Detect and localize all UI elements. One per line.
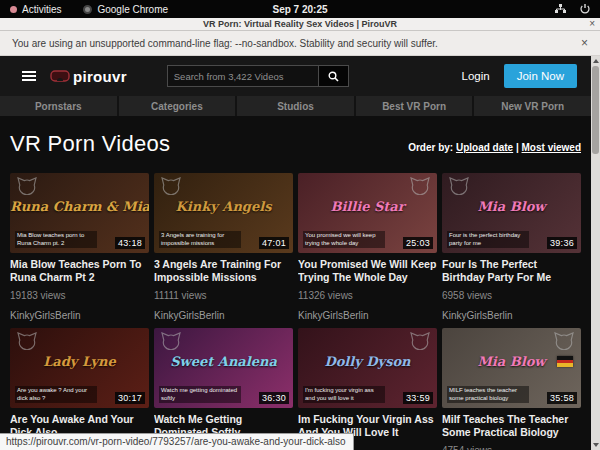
- search-icon: [328, 71, 339, 82]
- warning-close-icon[interactable]: ×: [581, 36, 588, 50]
- cat-mask-watermark-icon: [409, 332, 431, 350]
- thumb-overlay-caption: MILF teaches the teacher some practical …: [447, 386, 529, 403]
- video-thumbnail[interactable]: Billie Star You promised we will keep tr…: [298, 173, 437, 253]
- site-header: pirouvr Login Join Now: [0, 56, 591, 96]
- power-icon[interactable]: [580, 4, 590, 14]
- cat-mask-watermark-icon: [160, 332, 182, 350]
- tab-title: VR Porn: Virtual Reality Sex Videos | Pi…: [0, 19, 600, 29]
- thumb-overlay-name: Mia Blow: [442, 199, 581, 214]
- browser-tab[interactable]: VR Porn: Virtual Reality Sex Videos | Pi…: [0, 18, 600, 31]
- thumb-overlay-name: Sweet Analena: [154, 354, 293, 369]
- video-duration-badge: 35:58: [547, 392, 577, 404]
- cat-mask-watermark-icon: [160, 177, 182, 195]
- video-card: Sweet Analena Watch me getting dominated…: [154, 328, 293, 450]
- scroll-up-icon[interactable]: [593, 59, 599, 63]
- video-card: Runa Charm & Mia Blow Mia Blow teaches p…: [10, 173, 149, 321]
- thumb-overlay-caption: Watch me getting dominated softly: [159, 386, 241, 403]
- german-flag-icon: [557, 356, 573, 367]
- menu-item-best-vr[interactable]: Best VR Porn: [356, 96, 473, 116]
- browser-viewport: pirouvr Login Join Now Pornstars Categor…: [0, 56, 600, 450]
- thumb-overlay-name: Lady Lyne: [10, 354, 149, 369]
- video-title[interactable]: Mia Blow Teaches Porn To Runa Charm Pt 2: [10, 258, 149, 283]
- video-views: 6958 views: [442, 290, 581, 301]
- video-thumbnail[interactable]: Mia Blow MILF teaches the teacher some p…: [442, 328, 581, 408]
- activities-button[interactable]: Activities: [10, 4, 61, 15]
- video-views: 11111 views: [154, 290, 293, 301]
- thumb-overlay-name: Runa Charm & Mia Blow: [10, 199, 149, 214]
- order-upload-date-link[interactable]: Upload date: [456, 142, 513, 153]
- video-title[interactable]: Four Is The Perfect Birthday Party For M…: [442, 258, 581, 283]
- order-by: Order by: Upload date | Most viewed: [408, 142, 581, 153]
- video-card: Billie Star You promised we will keep tr…: [298, 173, 437, 321]
- vr-goggles-icon: [50, 70, 70, 83]
- thumb-overlay-caption: Are you awake ? And your dick also ?: [15, 386, 97, 403]
- status-url-bar: https://pirouvr.com/vr-porn-video/779325…: [0, 433, 354, 450]
- video-duration-badge: 33:59: [403, 392, 433, 404]
- thumb-overlay-caption: Four is the perfect birthday party for m…: [447, 231, 529, 248]
- site-logo[interactable]: pirouvr: [50, 68, 127, 85]
- video-duration-badge: 39:36: [547, 237, 577, 249]
- thumb-overlay-name: Billie Star: [298, 199, 437, 214]
- video-title[interactable]: Milf Teaches The Teacher Some Practical …: [442, 413, 581, 438]
- cat-mask-watermark-icon: [448, 177, 470, 195]
- cat-mask-watermark-icon: [16, 332, 38, 350]
- video-card: Mia Blow MILF teaches the teacher some p…: [442, 328, 581, 450]
- menu-item-categories[interactable]: Categories: [119, 96, 236, 116]
- hamburger-menu-icon[interactable]: [22, 71, 36, 81]
- focused-app-menu[interactable]: Google Chrome: [83, 4, 168, 15]
- video-studio-link[interactable]: KinkyGirlsBerlin: [298, 310, 437, 321]
- tab-close-icon[interactable]: ×: [589, 18, 595, 30]
- video-duration-badge: 43:18: [115, 237, 145, 249]
- activities-label: Activities: [22, 4, 61, 15]
- thumb-overlay-caption: Mia Blow teaches porn to Runa Charm pt. …: [15, 231, 97, 248]
- video-duration-badge: 36:30: [259, 392, 289, 404]
- clock[interactable]: Sep 7 20:25: [272, 4, 327, 15]
- app-name-label: Google Chrome: [97, 4, 168, 15]
- menu-item-new-vr[interactable]: New VR Porn: [474, 96, 591, 116]
- order-most-viewed-link[interactable]: Most viewed: [522, 142, 581, 153]
- scroll-down-icon[interactable]: [593, 443, 599, 447]
- video-title[interactable]: 3 Angels Are Training For Impossible Mis…: [154, 258, 293, 283]
- video-card: Kinky Angels 3 Angels are training for i…: [154, 173, 293, 321]
- search-button[interactable]: [319, 65, 349, 87]
- video-thumbnail[interactable]: Dolly Dyson I'm fucking your virgin ass …: [298, 328, 437, 408]
- video-thumbnail[interactable]: Sweet Analena Watch me getting dominated…: [154, 328, 293, 408]
- activities-dot-icon: [10, 6, 17, 13]
- cat-mask-watermark-icon: [553, 332, 575, 350]
- video-studio-link[interactable]: KinkyGirlsBerlin: [442, 310, 581, 321]
- thumb-overlay-caption: 3 Angels are training for impossible mis…: [159, 231, 241, 248]
- main-menu: Pornstars Categories Studios Best VR Por…: [0, 96, 591, 116]
- video-studio-link[interactable]: KinkyGirlsBerlin: [10, 310, 149, 321]
- thumb-overlay-caption: You promised we will keep trying the who…: [303, 231, 385, 248]
- video-views: 19183 views: [10, 290, 149, 301]
- network-icon[interactable]: [555, 4, 566, 14]
- search-input[interactable]: [167, 65, 319, 87]
- join-now-button[interactable]: Join Now: [504, 64, 577, 88]
- video-card: Lady Lyne Are you awake ? And your dick …: [10, 328, 149, 450]
- page-title: VR Porn Videos: [10, 131, 170, 157]
- video-duration-badge: 30:17: [115, 392, 145, 404]
- video-thumbnail[interactable]: Lady Lyne Are you awake ? And your dick …: [10, 328, 149, 408]
- site-logo-text: pirouvr: [73, 68, 127, 85]
- video-duration-badge: 25:03: [403, 237, 433, 249]
- video-duration-badge: 47:01: [259, 237, 289, 249]
- login-link[interactable]: Login: [462, 70, 490, 82]
- video-views: 11326 views: [298, 290, 437, 301]
- video-thumbnail[interactable]: Runa Charm & Mia Blow Mia Blow teaches p…: [10, 173, 149, 253]
- menu-item-studios[interactable]: Studios: [237, 96, 354, 116]
- thumb-overlay-name: Dolly Dyson: [298, 354, 437, 369]
- thumb-overlay-caption: I'm fucking your virgin ass and you will…: [303, 386, 385, 403]
- thumb-overlay-name: Kinky Angels: [154, 199, 293, 214]
- scrollbar-thumb[interactable]: [592, 66, 599, 154]
- video-title[interactable]: You Promised We Will Keep Trying The Who…: [298, 258, 437, 283]
- video-grid: Runa Charm & Mia Blow Mia Blow teaches p…: [10, 173, 581, 450]
- warning-text: You are using an unsupported command-lin…: [12, 38, 438, 49]
- menu-item-pornstars[interactable]: Pornstars: [0, 96, 117, 116]
- cat-mask-watermark-icon: [16, 177, 38, 195]
- cat-mask-watermark-icon: [409, 177, 431, 195]
- order-by-label: Order by:: [408, 142, 453, 153]
- video-studio-link[interactable]: KinkyGirlsBerlin: [154, 310, 293, 321]
- scrollbar[interactable]: [591, 56, 600, 450]
- video-thumbnail[interactable]: Kinky Angels 3 Angels are training for i…: [154, 173, 293, 253]
- video-thumbnail[interactable]: Mia Blow Four is the perfect birthday pa…: [442, 173, 581, 253]
